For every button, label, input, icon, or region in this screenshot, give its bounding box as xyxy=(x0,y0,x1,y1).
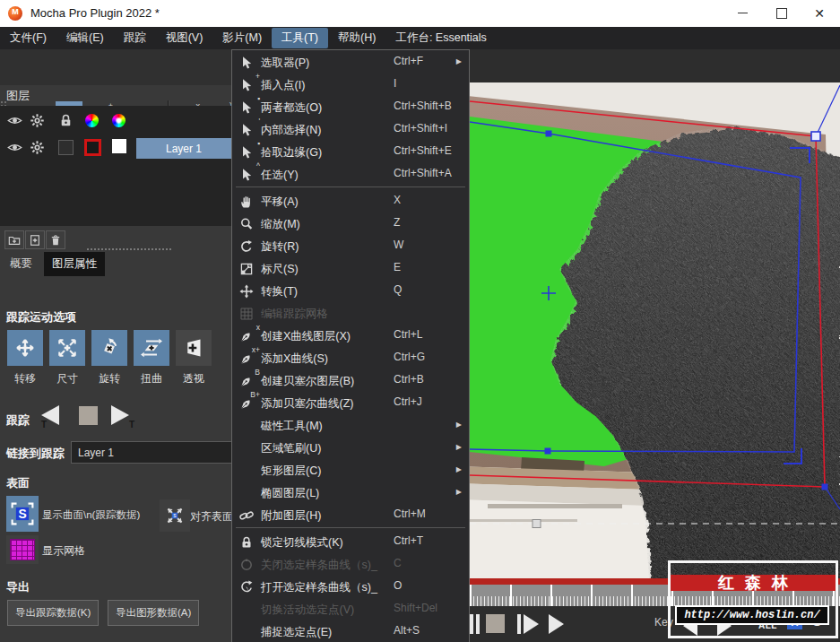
motion-scale-toggle[interactable] xyxy=(49,330,85,366)
mocha-logo-icon xyxy=(8,6,22,21)
show-surface-label: 显示曲面\n(跟踪数据) xyxy=(42,508,140,522)
motion-translation-toggle[interactable] xyxy=(7,330,43,366)
watermark-banner: 红森林 xyxy=(671,575,836,591)
folder-plus-icon xyxy=(8,234,21,247)
menu-item-transform[interactable]: 转换(T)Q xyxy=(232,279,469,301)
menu-view[interactable]: 视图(V) xyxy=(156,28,213,48)
visibility-column-icon[interactable] xyxy=(7,113,25,128)
align-surface-button[interactable] xyxy=(160,499,190,532)
control-point[interactable] xyxy=(545,448,551,455)
layer-spline-color-swatch[interactable] xyxy=(84,139,101,156)
cursor-both-icon: ▪ xyxy=(239,99,255,114)
play-button[interactable] xyxy=(549,614,564,634)
menu-item-pan[interactable]: 平移(A)X xyxy=(232,189,469,212)
layer-settings-toggle[interactable] xyxy=(30,140,48,155)
selected-control-point[interactable] xyxy=(811,132,820,141)
menu-file[interactable]: 文件(F) xyxy=(0,28,56,48)
menu-item-rectangle-layer[interactable]: 矩形图层(C) xyxy=(232,458,469,481)
titlebar[interactable]: Mocha Pro Plugin 2022 * xyxy=(0,0,840,28)
eye-icon xyxy=(7,140,22,155)
menu-item-add-xspline[interactable]: x+添加X曲线(S)Ctrl+G xyxy=(232,346,469,369)
lock-icon xyxy=(239,534,255,549)
menubar: 文件(F) 编辑(E) 跟踪 视图(V) 影片(M) 工具(T) 帮助(H) 工… xyxy=(0,27,840,49)
menu-track[interactable]: 跟踪 xyxy=(114,28,156,48)
tab-layer-properties[interactable]: 图层属性 xyxy=(44,252,105,276)
show-grid-button[interactable] xyxy=(6,535,39,564)
close-button[interactable] xyxy=(804,0,835,26)
export-shape-data-button[interactable]: 导出图形数据(A) xyxy=(108,600,199,626)
layer-lock-checkbox[interactable] xyxy=(58,140,74,155)
layer-row[interactable]: Layer 1 xyxy=(136,138,231,159)
first-frame-button[interactable] xyxy=(476,614,480,634)
shear-icon xyxy=(141,337,162,359)
menu-item-snap-selected-points[interactable]: 捕捉选定点(E)Alt+S xyxy=(232,620,469,642)
track-backward-button[interactable] xyxy=(41,405,59,425)
translate-icon xyxy=(14,337,36,359)
layer-visibility-toggle[interactable] xyxy=(7,140,25,155)
lock-column-icon[interactable] xyxy=(58,113,76,128)
gear-icon xyxy=(30,113,45,128)
menu-item-toggle-active-point: 切换活动选定点(V)Shift+Del xyxy=(232,597,469,620)
menu-edit[interactable]: 编辑(E) xyxy=(56,28,114,48)
maximize-button[interactable] xyxy=(766,0,797,26)
hand-icon xyxy=(239,193,255,208)
menu-item-ruler[interactable]: 标尺(S)E xyxy=(232,256,469,279)
surface-heading: 表面 xyxy=(6,475,30,491)
lock-icon xyxy=(58,113,74,128)
menu-item-select-both[interactable]: ▪两者都选(O)Ctrl+Shift+B xyxy=(232,95,469,117)
menu-item-pick-edge[interactable]: ▪拾取边缘(G)Ctrl+Shift+E xyxy=(232,140,469,162)
menu-item-insert-point[interactable]: +插入点(I)I xyxy=(232,73,469,95)
menu-item-add-bezier[interactable]: B+添加贝塞尔曲线(Z)Ctrl+J xyxy=(232,391,469,413)
track-forward-button[interactable] xyxy=(111,405,129,425)
menu-item-lock-tangent-mode[interactable]: 锁定切线模式(K)Ctrl+T xyxy=(232,530,469,552)
gear-icon xyxy=(30,140,45,155)
menu-item-magnetic-tool[interactable]: 磁性工具(M) xyxy=(232,413,469,436)
video-canvas[interactable] xyxy=(470,82,840,578)
control-point[interactable] xyxy=(822,484,828,490)
tab-overview[interactable]: 概要 xyxy=(2,252,40,276)
menu-item-create-bezier-layer[interactable]: B创建贝塞尔图层(B)Ctrl+B xyxy=(232,369,469,391)
menu-item-selector[interactable]: 选取器(P)Ctrl+F xyxy=(232,50,469,73)
menu-clip[interactable]: 影片(M) xyxy=(212,28,272,48)
step-forward-button[interactable] xyxy=(524,614,539,634)
duplicate-layer-button[interactable] xyxy=(25,230,45,249)
spline-color-wheel-icon[interactable] xyxy=(85,114,99,127)
workspace-selector[interactable]: 工作台: Essentials xyxy=(385,28,496,48)
new-group-button[interactable] xyxy=(4,230,24,249)
surface-line-handle[interactable] xyxy=(533,520,541,528)
step-forward-bar xyxy=(517,614,521,634)
ruler-icon xyxy=(239,260,255,275)
menu-item-ellipse-layer[interactable]: 椭圆图层(L) xyxy=(232,481,469,503)
watermark-overlay: 红森林 http://www.hoslin.cn/ xyxy=(668,560,838,638)
export-track-data-button[interactable]: 导出跟踪数据(K) xyxy=(7,600,99,626)
menu-help[interactable]: 帮助(H) xyxy=(328,28,385,48)
delete-layer-button[interactable] xyxy=(46,230,65,249)
menu-item-zoom[interactable]: 缩放(M)Z xyxy=(232,212,469,234)
control-point[interactable] xyxy=(546,131,552,137)
layer-fill-color-swatch[interactable] xyxy=(112,139,126,153)
stop-button[interactable] xyxy=(486,614,505,633)
menu-item-attach-layer[interactable]: 附加图层(H)Ctrl+M xyxy=(232,503,469,525)
motion-perspective-label: 透视 xyxy=(176,371,212,386)
open-spline-icon xyxy=(239,578,255,594)
prev-frame-button[interactable] xyxy=(470,614,473,634)
motion-options-heading: 跟踪运动选项 xyxy=(6,309,76,325)
menu-item-area-brush[interactable]: 区域笔刷(U) xyxy=(232,436,469,458)
cursor-any-icon: ^ xyxy=(239,166,255,181)
minimize-button[interactable] xyxy=(727,0,758,26)
fill-color-wheel-icon[interactable] xyxy=(112,114,126,127)
settings-column-icon[interactable] xyxy=(30,113,48,128)
motion-shear-toggle[interactable] xyxy=(134,330,169,366)
link-to-track-input[interactable]: Layer 1 xyxy=(71,441,238,464)
show-surface-button[interactable]: S xyxy=(6,496,39,532)
track-stop-button[interactable] xyxy=(79,406,98,425)
menu-item-select-any[interactable]: ^任选(Y)Ctrl+Shift+A xyxy=(232,162,469,185)
motion-rotation-toggle[interactable] xyxy=(91,330,127,366)
menu-tools[interactable]: 工具(T) xyxy=(272,28,328,48)
menu-item-open-selected-splines[interactable]: 打开选定样条曲线（s)_O xyxy=(232,575,469,597)
menu-item-select-inner[interactable]: '内部选择(N)Ctrl+Shift+I xyxy=(232,117,469,140)
cursor-icon xyxy=(239,54,255,69)
motion-perspective-toggle[interactable] xyxy=(176,330,212,366)
menu-item-rotate[interactable]: 旋转(R)W xyxy=(232,234,469,256)
menu-item-create-xspline-layer[interactable]: x创建X曲线图层(X)Ctrl+L xyxy=(232,324,469,346)
